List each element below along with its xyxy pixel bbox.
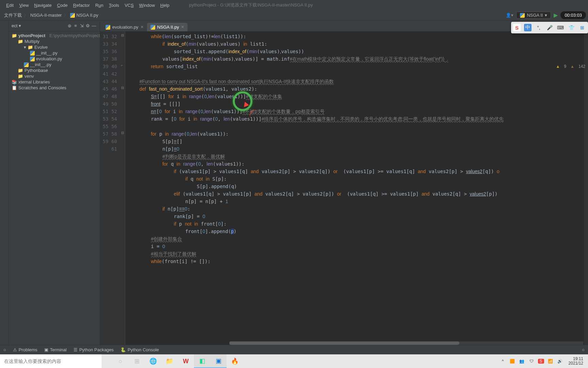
python-icon — [30, 51, 35, 56]
tray-app-icon[interactable]: 🟧 — [509, 359, 516, 364]
line-gutter[interactable]: 31 32 33 34 35 36 37 38 39 40 41 42 43 4… — [100, 31, 120, 345]
tree-scratches[interactable]: 📋Scratches and Consoles — [9, 85, 100, 91]
tab-evoluation[interactable]: evoluation.py✕ — [102, 23, 147, 31]
python-icon — [70, 13, 75, 18]
tree-label: xternal Libraries — [18, 79, 50, 85]
fold-marker[interactable]: ⊟ — [121, 131, 125, 134]
menu-navigate[interactable]: Navigate — [31, 3, 54, 8]
left-tool-strip[interactable] — [0, 20, 9, 345]
tree-root[interactable]: 📁ythonProject E:\pycharm\pythonProject — [9, 33, 100, 39]
tree-venv[interactable]: 📁venv — [9, 73, 100, 79]
fold-end-marker[interactable]: ⌐ — [121, 63, 125, 67]
menu-refactor[interactable]: Refactor — [70, 3, 93, 8]
menu-vcs[interactable]: VCS — [122, 3, 136, 8]
crumb-1[interactable]: NSGA-II-master — [28, 13, 64, 18]
ime-toolbox-icon[interactable]: ⊞ — [578, 24, 586, 31]
error-stripe[interactable] — [584, 31, 588, 345]
tab-nsga[interactable]: NSGA II.py✕ — [147, 23, 187, 31]
ime-keyboard-icon[interactable]: ⌨ — [557, 24, 564, 31]
hide-icon[interactable]: — — [91, 23, 97, 28]
menu-window[interactable]: Window — [136, 3, 158, 8]
weak-warning-count: 142 — [578, 64, 585, 69]
windows-search[interactable] — [0, 354, 102, 368]
project-label[interactable]: ect ▾ — [12, 23, 21, 28]
close-icon[interactable]: ✕ — [181, 25, 184, 29]
inspection-summary[interactable]: ▲9 ▲142 — [556, 64, 586, 69]
project-tree[interactable]: 📁ythonProject E:\pycharm\pythonProject 📁… — [9, 31, 100, 92]
problems-tab[interactable]: ⚠Problems — [13, 347, 37, 352]
tree-init2[interactable]: __init__.py — [9, 62, 100, 67]
fold-marker[interactable]: ⊟ — [121, 33, 125, 37]
tree-label: evoluation.py — [36, 56, 62, 61]
crumb-0[interactable]: 文件下载 — [2, 12, 24, 18]
menu-code[interactable]: Code — [54, 3, 70, 8]
tree-multiply[interactable]: 📁Multiply — [9, 39, 100, 44]
editor-area: evoluation.py✕ NSGA II.py✕ 31 32 33 34 3… — [100, 20, 588, 345]
tree-label: Multiply — [24, 39, 39, 44]
code-content[interactable]: while(len(sorted_list)!=len(list1)): if … — [125, 31, 588, 345]
tray-network-icon[interactable]: 📶 — [548, 359, 554, 364]
code-editor[interactable]: 31 32 33 34 35 36 37 38 39 40 41 42 43 4… — [100, 31, 588, 345]
crumb-2[interactable]: NSGA II.py — [68, 13, 100, 18]
tray-clock[interactable]: 19:11 2021/12 — [567, 357, 585, 366]
tray-chevron-icon[interactable]: ^ — [500, 359, 506, 364]
collapse-icon[interactable]: ⇲ — [79, 23, 85, 28]
locate-icon[interactable]: ⊕ — [66, 23, 72, 28]
fold-column[interactable]: ⊟ ⌐ ⊟ ⊟ — [120, 31, 125, 345]
recorder-icon[interactable]: ▣ — [210, 354, 227, 368]
ime-punct-icon[interactable]: °, — [535, 24, 542, 31]
menu-tools[interactable]: Tools — [106, 3, 122, 8]
tree-init[interactable]: __init__.py — [9, 50, 100, 56]
tray-security-icon[interactable]: 🛡 — [528, 359, 535, 364]
wps-icon[interactable]: W — [178, 354, 194, 368]
sogou-icon[interactable]: S — [513, 24, 521, 31]
run-config-label: NSGA II — [527, 13, 543, 18]
folder-icon: 📚 — [12, 79, 17, 85]
fold-marker[interactable]: ⊟ — [121, 86, 125, 89]
todo-tab[interactable]: ○ — [3, 347, 6, 352]
edge-icon[interactable]: 🌐 — [145, 354, 161, 368]
search-icon[interactable]: ○ — [582, 347, 585, 352]
terminal-tab[interactable]: ▣Terminal — [44, 347, 67, 352]
menu-help[interactable]: Help — [158, 3, 172, 8]
ime-toolbar[interactable]: S 中 °, 🎤 ⌨ 👕 ⊞ — [511, 22, 588, 33]
tree-evolve[interactable]: ▾📁Evolve — [9, 44, 100, 50]
folder-icon: 📁 — [28, 45, 33, 50]
python-icon — [520, 13, 525, 18]
cortana-icon[interactable]: ○ — [112, 354, 129, 368]
python-packages-tab[interactable]: ☰Python Packages — [74, 347, 114, 352]
file-explorer-icon[interactable]: 📁 — [161, 354, 178, 368]
close-icon[interactable]: ✕ — [141, 25, 144, 29]
project-panel-header: ect ▾ ⊕ ≡ ⇲ ⚙ — — [9, 20, 100, 31]
weak-warning-icon: ▲ — [570, 64, 574, 69]
gear-icon[interactable]: ⚙ — [85, 23, 91, 28]
tray-people-icon[interactable]: 👥 — [519, 359, 525, 364]
run-button[interactable]: ▶ — [554, 12, 558, 18]
ime-lang-icon[interactable]: 中 — [524, 24, 532, 31]
ime-mic-icon[interactable]: 🎤 — [546, 24, 553, 31]
scrollbar-thumb[interactable] — [229, 341, 459, 345]
terminal-icon: ▣ — [44, 347, 48, 352]
search-input[interactable] — [4, 358, 98, 364]
task-view-icon[interactable]: ⊞ — [129, 354, 145, 368]
menu-run[interactable]: Run — [93, 3, 106, 8]
tree-pythonbase[interactable]: 📁Pythonbase — [9, 67, 100, 73]
menu-edit[interactable]: Edit — [3, 3, 16, 8]
add-user-icon[interactable]: 👤▾ — [506, 13, 513, 18]
expand-icon[interactable]: ≡ — [72, 23, 79, 28]
tab-label: evoluation.py — [112, 25, 138, 30]
tab-label: NSGA II.py — [157, 25, 179, 30]
run-config-selector[interactable]: NSGA II ▾ — [516, 12, 551, 19]
tree-evoluation[interactable]: evoluation.py — [9, 56, 100, 62]
ime-skin-icon[interactable]: 👕 — [568, 24, 575, 31]
horizontal-scrollbar[interactable] — [229, 341, 583, 345]
tray-ime-icon[interactable]: S — [538, 359, 544, 364]
menu-view[interactable]: View — [16, 3, 31, 8]
app-icon[interactable]: 🔥 — [227, 354, 243, 368]
tree-external-libs[interactable]: 📚xternal Libraries — [9, 79, 100, 85]
pycharm-icon[interactable]: ◧ — [194, 354, 210, 368]
tray-volume-icon[interactable]: 🔊 — [557, 359, 563, 364]
python-console-tab[interactable]: 🐍Python Console — [120, 347, 159, 352]
tree-label: Pythonbase — [24, 68, 48, 73]
console-icon: 🐍 — [120, 347, 126, 352]
